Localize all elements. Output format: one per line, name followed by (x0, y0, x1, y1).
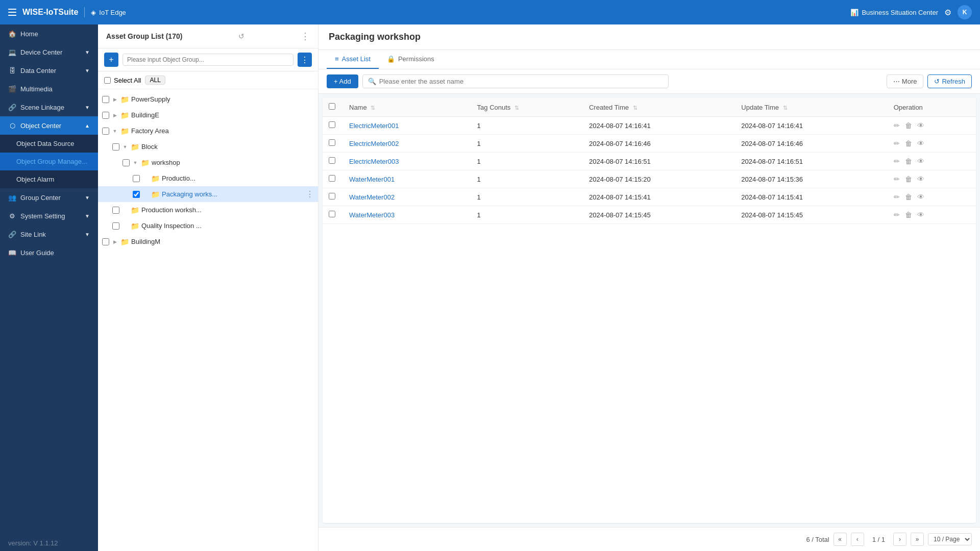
settings-icon[interactable]: ⚙ (944, 8, 951, 17)
delete-icon[interactable]: 🗑 (905, 193, 912, 201)
iot-edge-tab[interactable]: ◈ IoT Edge (91, 9, 126, 16)
node-checkbox[interactable] (102, 238, 109, 245)
node-checkbox[interactable] (102, 96, 109, 103)
node-checkbox[interactable] (133, 191, 140, 198)
asset-name-link[interactable]: WaterMeter001 (349, 176, 395, 183)
expand-icon[interactable]: ▶ (111, 238, 118, 245)
first-page-button[interactable]: « (834, 533, 847, 546)
sidebar-item-user-guide[interactable]: 📖 User Guide (0, 243, 98, 262)
sidebar-item-object-center[interactable]: ⬡ Object Center ▲ (0, 116, 98, 135)
tree-node-production-workshop[interactable]: ▶ 📁 Production worksh... ⋮ (98, 202, 318, 218)
sidebar-item-scene-linkage[interactable]: 🔗 Scene Linkage ▼ (0, 98, 98, 116)
view-icon[interactable]: 👁 (917, 121, 924, 130)
tab-asset-list[interactable]: ≡ Asset List (327, 50, 379, 69)
next-page-button[interactable]: › (893, 533, 906, 546)
select-all-label[interactable]: Select All (104, 77, 141, 84)
asset-name-link[interactable]: ElectricMeter002 (349, 140, 399, 147)
sidebar-item-home[interactable]: 🏠 Home (0, 24, 98, 43)
node-checkbox[interactable] (112, 143, 119, 151)
tree-node-block[interactable]: ▼ 📁 Block ⋮ (98, 139, 318, 155)
refresh-button[interactable]: ↺ Refresh (927, 74, 972, 88)
asset-name-link[interactable]: ElectricMeter001 (349, 122, 399, 130)
th-created-time[interactable]: Created Time ⇅ (583, 98, 735, 117)
prev-page-button[interactable]: ‹ (851, 533, 864, 546)
select-all-table-checkbox[interactable] (329, 103, 335, 110)
hamburger-icon[interactable] (8, 9, 16, 16)
select-all-checkbox[interactable] (104, 77, 111, 84)
th-update-time[interactable]: Update Time ⇅ (735, 98, 887, 117)
asset-name-link[interactable]: ElectricMeter003 (349, 158, 399, 165)
edit-icon[interactable]: ✏ (894, 193, 900, 201)
th-name[interactable]: Name ⇅ (343, 98, 471, 117)
add-asset-button[interactable]: + Add (327, 74, 358, 88)
node-checkbox[interactable] (122, 159, 130, 166)
edit-icon[interactable]: ✏ (894, 157, 900, 165)
page-size-select[interactable]: 10 / Page 20 / Page 50 / Page (928, 533, 972, 545)
view-icon[interactable]: 👁 (917, 157, 924, 165)
node-more-icon[interactable]: ⋮ (306, 189, 314, 199)
tree-node-packaging-workshop[interactable]: ▶ 📁 Packaging works... ⋮ (98, 186, 318, 202)
view-icon[interactable]: 👁 (917, 193, 924, 201)
sidebar-item-object-alarm[interactable]: Object Alarm (0, 170, 98, 188)
last-page-button[interactable]: » (911, 533, 924, 546)
tree-node-building-e[interactable]: ▶ 📁 BuildingE ⋮ (98, 107, 318, 123)
expand-icon[interactable]: ▶ (111, 112, 118, 119)
row-checkbox[interactable] (329, 193, 335, 199)
sidebar-item-data-center[interactable]: 🗄 Data Center ▼ (0, 61, 98, 80)
asset-name-link[interactable]: WaterMeter003 (349, 211, 395, 219)
add-group-button[interactable]: + (104, 53, 118, 67)
asset-search-input[interactable] (379, 78, 663, 85)
tree-more-icon[interactable]: ⋮ (301, 31, 310, 42)
delete-icon[interactable]: 🗑 (905, 211, 912, 219)
expand-icon[interactable]: ▼ (111, 128, 118, 135)
edit-icon[interactable]: ✏ (894, 211, 900, 219)
delete-icon[interactable]: 🗑 (905, 139, 912, 147)
node-checkbox[interactable] (112, 207, 119, 214)
sidebar-item-object-data-source[interactable]: Object Data Source (0, 135, 98, 153)
sidebar-item-object-group-management[interactable]: Object Group Manage... (0, 153, 98, 170)
tree-more-button[interactable]: ⋮ (298, 53, 312, 67)
edit-icon[interactable]: ✏ (894, 121, 900, 130)
delete-icon[interactable]: 🗑 (905, 175, 912, 183)
tree-node-productio[interactable]: ▶ 📁 Productio... ⋮ (98, 170, 318, 186)
asset-name-link[interactable]: WaterMeter002 (349, 193, 395, 201)
sidebar-item-site-link[interactable]: 🔗 Site Link ▼ (0, 225, 98, 243)
avatar[interactable]: K (958, 5, 972, 19)
node-checkbox[interactable] (102, 112, 109, 119)
all-badge[interactable]: ALL (145, 76, 165, 85)
tree-node-building-m[interactable]: ▶ 📁 BuildingM ⋮ (98, 234, 318, 249)
tree-node-power-supply[interactable]: ▶ 📁 PowerSupply ⋮ (98, 91, 318, 107)
row-checkbox[interactable] (329, 211, 335, 217)
delete-icon[interactable]: 🗑 (905, 121, 912, 130)
delete-icon[interactable]: 🗑 (905, 157, 912, 165)
tree-node-factory-area[interactable]: ▼ 📁 Factory Area ⋮ (98, 123, 318, 139)
more-button[interactable]: ⋯ More (887, 74, 924, 88)
edit-icon[interactable]: ✏ (894, 175, 900, 183)
row-checkbox[interactable] (329, 175, 335, 182)
tree-node-quality-inspection[interactable]: ▶ 📁 Quality Inspection ... ⋮ (98, 218, 318, 234)
sidebar-item-system-setting[interactable]: ⚙ System Setting ▼ (0, 207, 98, 225)
tree-refresh-icon[interactable]: ↺ (238, 32, 244, 40)
row-checkbox[interactable] (329, 139, 335, 146)
tree-node-workshop[interactable]: ▼ 📁 workshop ⋮ (98, 155, 318, 170)
group-search-input[interactable] (122, 54, 293, 66)
th-tag-conuts[interactable]: Tag Conuts ⇅ (471, 98, 583, 117)
node-checkbox[interactable] (112, 222, 119, 230)
view-icon[interactable]: 👁 (917, 139, 924, 147)
node-checkbox[interactable] (133, 175, 140, 182)
edit-icon[interactable]: ✏ (894, 139, 900, 147)
sidebar-item-group-center[interactable]: 👥 Group Center ▼ (0, 188, 98, 207)
expand-icon[interactable]: ▼ (132, 159, 139, 166)
view-icon[interactable]: 👁 (917, 175, 924, 183)
sidebar-item-device-center[interactable]: 💻 Device Center ▼ (0, 43, 98, 61)
row-checkbox[interactable] (329, 157, 335, 164)
expand-icon[interactable]: ▼ (121, 143, 129, 151)
bsc-button[interactable]: 📊 Business Situation Center (850, 9, 938, 16)
view-icon[interactable]: 👁 (917, 211, 924, 219)
expand-icon[interactable]: ▶ (111, 96, 118, 103)
object-icon: ⬡ (8, 121, 16, 130)
tab-permissions[interactable]: 🔒 Permissions (379, 50, 443, 69)
sidebar-item-multimedia[interactable]: 🎬 Multimedia (0, 80, 98, 98)
node-checkbox[interactable] (102, 128, 109, 135)
row-checkbox[interactable] (329, 121, 335, 128)
